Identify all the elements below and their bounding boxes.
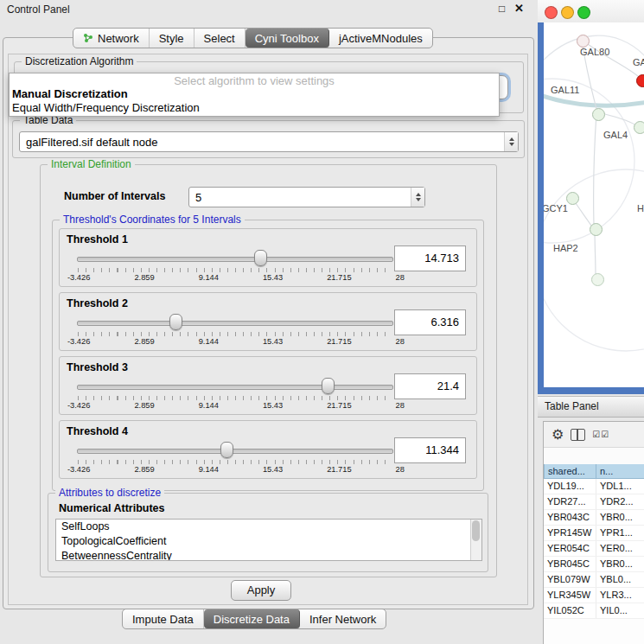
threshold-label: Threshold 3 <box>67 361 128 373</box>
threshold-slider: -3.4262.8599.14415.4321.71528 <box>77 441 393 475</box>
tick-label: 21.715 <box>327 465 351 474</box>
panel-title: Control Panel <box>7 3 70 16</box>
columns-icon[interactable] <box>571 429 585 441</box>
column-header[interactable]: shared... <box>544 464 596 479</box>
minimize-traffic-light-icon[interactable] <box>561 6 574 19</box>
algorithm-option[interactable]: Equal Width/Frequency Discretization <box>10 101 499 115</box>
bottom-tabbar: Impute Data Discretize Data Infer Networ… <box>122 609 386 629</box>
attribute-item[interactable]: TopologicalCoefficient <box>56 534 481 549</box>
tab-select[interactable]: Select <box>194 29 245 48</box>
number-of-intervals-value: 5 <box>189 191 411 204</box>
table-row[interactable]: YER054CYER0... <box>544 541 644 557</box>
tick-labels: -3.4262.8599.14415.4321.71528 <box>67 465 405 474</box>
threshold-slider: -3.4262.8599.14415.4321.71528 <box>77 377 393 411</box>
table-row[interactable]: YLR345WYLR3... <box>544 588 644 603</box>
group-label: Interval Definition <box>48 158 135 170</box>
tab-infer-network[interactable]: Infer Network <box>300 609 386 628</box>
node-table-body: YDL19...YDL1...YDR27...YDR2...YBR043CYBR… <box>544 479 644 619</box>
top-tabbar: Network Style Select Cyni Toolbox jActiv… <box>73 28 433 48</box>
network-node[interactable] <box>592 108 605 121</box>
network-node[interactable] <box>590 223 603 236</box>
network-node[interactable] <box>591 273 604 286</box>
tick-label: 15.43 <box>263 337 283 346</box>
tick-label: 28 <box>396 273 405 282</box>
slider-ticks <box>78 268 392 272</box>
network-node[interactable] <box>636 74 644 87</box>
threshold-slider: -3.4262.8599.14415.4321.71528 <box>77 313 393 348</box>
tab-discretize-data[interactable]: Discretize Data <box>204 609 300 628</box>
network-node[interactable] <box>634 121 644 134</box>
slider-track[interactable] <box>77 385 393 390</box>
slider-thumb[interactable] <box>220 442 233 458</box>
threshold-value-field[interactable]: 21.4 <box>394 373 466 399</box>
stepper-icon[interactable] <box>504 132 518 151</box>
slider-track[interactable] <box>77 257 393 262</box>
table-cell: YDR27... <box>544 494 596 509</box>
close-window-icon[interactable]: ✕ <box>514 2 524 15</box>
apply-button[interactable]: Apply <box>231 580 291 601</box>
table-data-combobox[interactable]: galFiltered.sif default node <box>19 131 519 152</box>
table-row[interactable]: YBR045CYBR0... <box>544 557 644 572</box>
tick-label: 2.859 <box>134 465 154 474</box>
tick-label: 15.43 <box>263 401 283 410</box>
tick-labels: -3.4262.8599.14415.4321.71528 <box>67 337 405 346</box>
list-scrollbar[interactable] <box>470 520 481 560</box>
table-row[interactable]: YBL079WYBL0... <box>544 572 644 588</box>
network-node-label: GAL11 <box>551 85 579 95</box>
column-header[interactable]: n... <box>596 464 644 479</box>
number-of-intervals-combobox[interactable]: 5 <box>188 187 425 207</box>
group-label: Discretization Algorithm <box>22 55 137 67</box>
slider-ticks <box>78 332 392 336</box>
attribute-item[interactable]: BetweennessCentrality <box>56 549 481 561</box>
table-cell: YDL19... <box>544 479 596 494</box>
tab-network[interactable]: Network <box>73 29 150 48</box>
network-node-label: GA <box>633 57 644 67</box>
tab-label: jActiveMNodules <box>339 32 423 45</box>
threshold-label: Threshold 2 <box>67 297 128 309</box>
slider-ticks <box>78 396 392 400</box>
attribute-item[interactable]: SelfLoops <box>56 520 481 534</box>
tick-label: 9.144 <box>199 401 219 410</box>
slider-thumb[interactable] <box>254 250 267 266</box>
slider-thumb[interactable] <box>169 314 182 330</box>
threshold-value-field[interactable]: 14.713 <box>394 245 466 271</box>
network-node[interactable] <box>566 192 579 205</box>
tab-cyni-toolbox[interactable]: Cyni Toolbox <box>245 29 329 48</box>
table-row[interactable]: YPR145WYPR1... <box>544 526 644 541</box>
slider-thumb[interactable] <box>322 378 335 394</box>
slider-track[interactable] <box>77 449 393 454</box>
tick-label: 9.144 <box>199 337 219 346</box>
tick-label: 9.144 <box>199 465 219 474</box>
gear-icon[interactable]: ⚙ <box>552 428 564 442</box>
table-row[interactable]: YDL19...YDL1... <box>544 479 644 494</box>
select-checkboxes-icon[interactable]: ☑☑ <box>592 430 609 439</box>
tab-label: Infer Network <box>309 613 376 626</box>
tab-impute-data[interactable]: Impute Data <box>123 609 204 628</box>
threshold-value-field[interactable]: 11.344 <box>394 437 466 463</box>
tick-label: 15.43 <box>263 465 283 474</box>
tick-label: 28 <box>396 465 405 474</box>
tab-style[interactable]: Style <box>150 29 194 48</box>
close-traffic-light-icon[interactable] <box>545 6 558 19</box>
tick-label: 28 <box>396 401 405 410</box>
slider-track[interactable] <box>77 321 393 326</box>
network-canvas[interactable]: GAL80GAGAL11GAL4GCY1HHAP2 <box>544 22 644 387</box>
tick-label: 15.43 <box>263 273 283 282</box>
zoom-traffic-light-icon[interactable] <box>577 6 590 19</box>
algorithm-option[interactable]: Manual Discretization <box>10 87 499 101</box>
tick-label: 21.715 <box>327 337 351 346</box>
table-row[interactable]: YIL052CYIL0... <box>544 603 644 619</box>
network-node[interactable] <box>577 35 590 48</box>
table-cell: YBR0... <box>596 557 644 571</box>
table-cell: YIL052C <box>544 603 596 618</box>
numerical-attributes-listbox[interactable]: SelfLoopsTopologicalCoefficientBetweenne… <box>55 519 482 561</box>
tick-labels: -3.4262.8599.14415.4321.71528 <box>67 273 405 282</box>
table-row[interactable]: YBR043CYBR0... <box>544 510 644 526</box>
float-window-icon[interactable]: □ <box>499 3 505 15</box>
threshold-value-field[interactable]: 6.316 <box>394 309 466 335</box>
threshold-3-box: Threshold 3 -3.4262.8599.14415.4321.7152… <box>59 356 477 415</box>
scrollbar-thumb[interactable] <box>472 520 480 541</box>
table-row[interactable]: YDR27...YDR2... <box>544 494 644 510</box>
tab-jactivemnodules[interactable]: jActiveMNodules <box>329 29 432 48</box>
stepper-icon[interactable] <box>411 188 424 207</box>
